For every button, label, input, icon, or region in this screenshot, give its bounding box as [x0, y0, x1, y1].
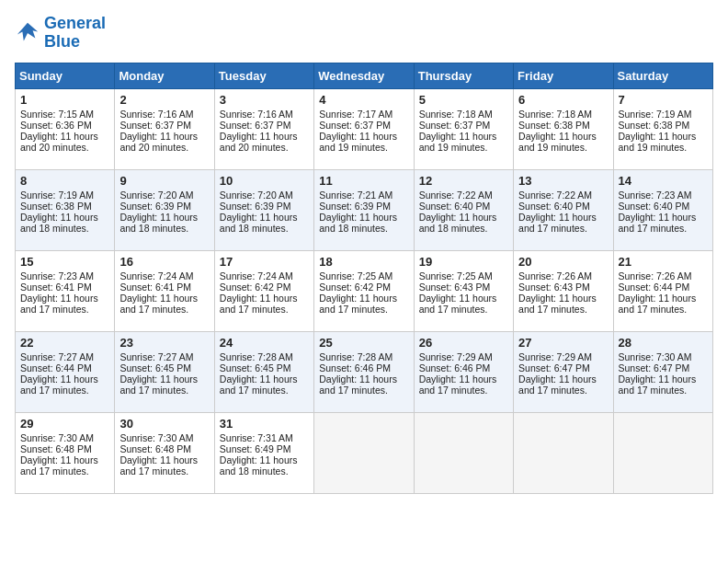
day-info-line: and 18 minutes. — [319, 223, 408, 234]
day-info-line: Sunrise: 7:30 AM — [119, 432, 209, 443]
day-number: 1 — [20, 93, 109, 107]
calendar-cell: 23Sunrise: 7:27 AMSunset: 6:45 PMDayligh… — [115, 331, 214, 412]
day-number: 14 — [619, 174, 708, 188]
day-info-line: Sunset: 6:39 PM — [220, 201, 309, 212]
day-info-line: Daylight: 11 hours — [220, 131, 309, 142]
day-info-line: Sunset: 6:37 PM — [220, 120, 309, 131]
day-info-line: Daylight: 11 hours — [419, 373, 508, 385]
calendar-cell: 13Sunrise: 7:22 AMSunset: 6:40 PMDayligh… — [514, 169, 613, 250]
day-header-sunday: Sunday — [16, 63, 115, 88]
day-info-line: Sunset: 6:46 PM — [419, 362, 508, 373]
day-info-line: and 17 minutes. — [619, 304, 708, 315]
day-info-line: and 17 minutes. — [419, 304, 508, 315]
calendar-cell: 22Sunrise: 7:27 AMSunset: 6:44 PMDayligh… — [16, 331, 115, 412]
calendar-cell: 27Sunrise: 7:29 AMSunset: 6:47 PMDayligh… — [514, 331, 613, 412]
day-info-line: Sunrise: 7:25 AM — [419, 270, 508, 282]
calendar-cell: 25Sunrise: 7:28 AMSunset: 6:46 PMDayligh… — [314, 331, 414, 412]
day-info-line: Sunset: 6:38 PM — [20, 201, 109, 212]
day-info-line: Sunrise: 7:26 AM — [518, 270, 608, 282]
logo-text: General Blue — [44, 15, 106, 52]
day-header-thursday: Thursday — [414, 63, 513, 88]
day-info-line: and 19 minutes. — [518, 142, 608, 153]
day-info-line: and 17 minutes. — [119, 385, 209, 396]
day-info-line: Daylight: 11 hours — [619, 373, 708, 385]
day-number: 20 — [518, 255, 608, 269]
day-info-line: and 17 minutes. — [20, 465, 109, 477]
logo: General Blue — [15, 15, 106, 52]
day-info-line: Sunrise: 7:16 AM — [119, 109, 209, 120]
day-number: 31 — [220, 417, 309, 431]
calendar-cell: 2Sunrise: 7:16 AMSunset: 6:37 PMDaylight… — [115, 88, 214, 169]
day-number: 2 — [119, 93, 209, 107]
calendar-cell: 30Sunrise: 7:30 AMSunset: 6:48 PMDayligh… — [115, 412, 214, 493]
calendar-cell: 20Sunrise: 7:26 AMSunset: 6:43 PMDayligh… — [514, 250, 613, 331]
day-number: 15 — [20, 255, 109, 269]
calendar-cell: 28Sunrise: 7:30 AMSunset: 6:47 PMDayligh… — [613, 331, 712, 412]
day-info-line: and 19 minutes. — [619, 142, 708, 153]
day-info-line: Daylight: 11 hours — [20, 131, 109, 142]
day-info-line: Sunrise: 7:29 AM — [419, 351, 508, 362]
day-info-line: Sunset: 6:40 PM — [419, 201, 508, 212]
day-info-line: Daylight: 11 hours — [419, 212, 508, 223]
day-number: 6 — [518, 93, 608, 107]
page-header: General Blue — [15, 15, 713, 52]
calendar-cell: 8Sunrise: 7:19 AMSunset: 6:38 PMDaylight… — [16, 169, 115, 250]
day-info-line: Sunrise: 7:27 AM — [119, 351, 209, 362]
day-number: 8 — [20, 174, 109, 188]
day-info-line: and 17 minutes. — [20, 304, 109, 315]
calendar-cell: 10Sunrise: 7:20 AMSunset: 6:39 PMDayligh… — [214, 169, 313, 250]
day-info-line: and 18 minutes. — [119, 223, 209, 234]
calendar-cell — [514, 412, 613, 493]
day-info-line: Sunrise: 7:17 AM — [319, 109, 408, 120]
day-info-line: Sunset: 6:45 PM — [119, 362, 209, 373]
day-info-line: Sunrise: 7:19 AM — [619, 109, 708, 120]
day-info-line: Daylight: 11 hours — [220, 293, 309, 304]
day-info-line: Sunset: 6:49 PM — [220, 443, 309, 454]
day-number: 26 — [419, 336, 508, 350]
calendar-cell: 15Sunrise: 7:23 AMSunset: 6:41 PMDayligh… — [16, 250, 115, 331]
day-info-line: and 18 minutes. — [220, 223, 309, 234]
day-info-line: Sunset: 6:43 PM — [518, 282, 608, 293]
day-info-line: and 17 minutes. — [518, 223, 608, 234]
day-info-line: and 17 minutes. — [119, 304, 209, 315]
day-number: 22 — [20, 336, 109, 350]
day-info-line: Sunrise: 7:15 AM — [20, 109, 109, 120]
day-info-line: and 17 minutes. — [20, 385, 109, 396]
calendar-cell: 4Sunrise: 7:17 AMSunset: 6:37 PMDaylight… — [314, 88, 414, 169]
day-info-line: Sunrise: 7:23 AM — [20, 270, 109, 282]
day-info-line: Sunrise: 7:21 AM — [319, 190, 408, 201]
day-info-line: Daylight: 11 hours — [619, 293, 708, 304]
day-info-line: and 17 minutes. — [220, 304, 309, 315]
calendar-cell: 19Sunrise: 7:25 AMSunset: 6:43 PMDayligh… — [414, 250, 513, 331]
svg-marker-0 — [17, 23, 38, 41]
day-number: 29 — [20, 417, 109, 431]
day-info-line: Daylight: 11 hours — [619, 212, 708, 223]
calendar-table: SundayMondayTuesdayWednesdayThursdayFrid… — [15, 63, 713, 494]
day-info-line: Sunrise: 7:27 AM — [20, 351, 109, 362]
day-info-line: Sunrise: 7:24 AM — [119, 270, 209, 282]
day-header-monday: Monday — [115, 63, 214, 88]
day-info-line: Daylight: 11 hours — [619, 131, 708, 142]
day-info-line: Sunrise: 7:20 AM — [119, 190, 209, 201]
day-number: 17 — [220, 255, 309, 269]
day-info-line: Sunset: 6:37 PM — [419, 120, 508, 131]
day-number: 27 — [518, 336, 608, 350]
day-info-line: Sunset: 6:37 PM — [319, 120, 408, 131]
calendar-cell — [613, 412, 712, 493]
day-number: 4 — [319, 93, 408, 107]
calendar-cell: 29Sunrise: 7:30 AMSunset: 6:48 PMDayligh… — [16, 412, 115, 493]
day-info-line: and 17 minutes. — [220, 385, 309, 396]
day-info-line: Sunset: 6:40 PM — [619, 201, 708, 212]
day-header-friday: Friday — [514, 63, 613, 88]
day-info-line: and 18 minutes. — [220, 465, 309, 477]
day-info-line: Sunset: 6:37 PM — [119, 120, 209, 131]
calendar-cell: 11Sunrise: 7:21 AMSunset: 6:39 PMDayligh… — [314, 169, 414, 250]
day-number: 21 — [619, 255, 708, 269]
day-number: 30 — [119, 417, 209, 431]
calendar-cell: 17Sunrise: 7:24 AMSunset: 6:42 PMDayligh… — [214, 250, 313, 331]
day-number: 3 — [220, 93, 309, 107]
calendar-cell: 7Sunrise: 7:19 AMSunset: 6:38 PMDaylight… — [613, 88, 712, 169]
day-info-line: Sunrise: 7:25 AM — [319, 270, 408, 282]
day-info-line: and 18 minutes. — [20, 223, 109, 234]
day-info-line: Sunrise: 7:23 AM — [619, 190, 708, 201]
